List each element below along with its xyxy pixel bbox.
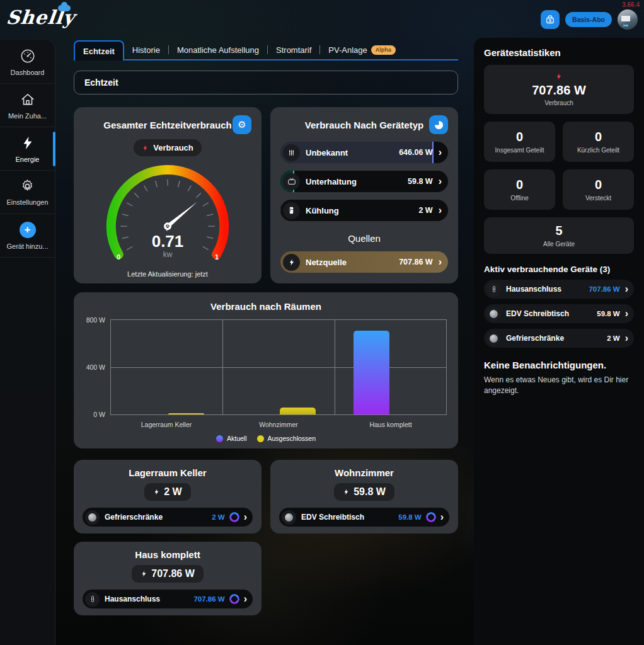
tab-bar: Echtzeit Historie Monatliche Aufstellung… — [74, 40, 458, 60]
active-device-row-hausanschluss[interactable]: Hausanschluss 707.86 W › — [484, 280, 634, 299]
active-device-row-gefrierschraenke[interactable]: Gefrierschränke 2 W › — [484, 329, 634, 348]
y-axis-tick: 800 W — [86, 316, 110, 324]
bolt-icon — [141, 569, 147, 578]
device-type-row-unterhaltung[interactable]: Unterhaltung 59.8 W › — [280, 171, 448, 192]
sidebar-item-einstellungen[interactable]: Einstellungen — [0, 171, 55, 214]
device-row-hausanschluss[interactable]: Hausanschluss 707.86 W › — [83, 590, 253, 608]
device-power-value: 2 W — [212, 513, 224, 521]
bar-chart-plot — [110, 319, 447, 415]
alpha-badge: Alpha — [371, 45, 396, 55]
svg-text:S: S — [549, 18, 552, 23]
total-consumption-value: 707.86 W — [489, 83, 629, 98]
tab-label: Historie — [132, 45, 160, 55]
source-row-netzquelle[interactable]: Netzquelle 707.86 W › — [280, 251, 448, 273]
chevron-right-icon: › — [439, 176, 442, 186]
active-device-row-edv-schreibtisch[interactable]: EDV Schreibtisch 59.8 W › — [484, 304, 634, 323]
sidebar-item-geraet-hinzufuegen[interactable]: + Gerät hinzu... — [0, 214, 55, 258]
subscription-badge[interactable]: Basis-Abo — [565, 12, 612, 27]
power-ring-icon[interactable] — [229, 512, 239, 522]
home-icon — [20, 91, 36, 108]
device-name: Gefrierschränke — [105, 513, 212, 522]
app-version: 3.66.4 — [622, 1, 640, 8]
stat-value: 0 — [486, 130, 553, 144]
card-title: Verbrauch Nach Gerätetyp — [305, 120, 423, 130]
device-name: Hausanschluss — [506, 285, 589, 294]
device-row-edv-schreibtisch[interactable]: EDV Schreibtisch 59.8 W › — [279, 508, 449, 527]
legend-dot-aktuell — [216, 435, 223, 442]
bolt-outline-icon — [164, 223, 171, 232]
device-name: Hausanschluss — [105, 595, 193, 603]
source-value: 707.86 W — [399, 258, 433, 266]
tab-pv-anlage[interactable]: PV-Anlage Alpha — [320, 40, 403, 59]
chevron-right-icon: › — [625, 333, 628, 343]
chevron-right-icon: › — [244, 594, 247, 604]
stat-label: Alle Geräte — [486, 241, 631, 248]
room-card-haus-komplett: Haus komplett 707.86 W Hausanschluss 707… — [74, 542, 262, 615]
stat-label: Kürzlich Geteilt — [565, 147, 631, 154]
legend-label: Aktuell — [227, 435, 247, 442]
bar-ausgeschlossen[interactable] — [168, 413, 204, 414]
main-content: Echtzeit Historie Monatliche Aufstellung… — [74, 40, 458, 615]
y-axis-tick: 400 W — [86, 363, 110, 371]
fridge-icon — [287, 206, 296, 215]
chevron-right-icon: › — [439, 205, 442, 215]
top-bar: Shelly 3.66.4 S Basis-Abo — [0, 0, 644, 38]
room-card-lagerraum-keller: Lagerraum Keller 2 W Gefrierschränke 2 W… — [74, 460, 262, 534]
notifications-heading: Keine Benachrichtigungen. — [484, 360, 634, 370]
tab-label: Echtzeit — [83, 47, 115, 56]
device-type-label: Unbekannt — [306, 148, 399, 157]
room-title: Haus komplett — [83, 549, 253, 560]
tab-echtzeit[interactable]: Echtzeit — [74, 40, 124, 60]
power-ring-icon[interactable] — [426, 512, 436, 522]
device-type-row-kuehlung[interactable]: Kühlung 2 W › — [280, 200, 448, 221]
settings-button[interactable]: ⚙ — [233, 115, 251, 134]
sidebar-item-energie[interactable]: Energie — [0, 127, 55, 171]
gauge-unit: kw — [84, 250, 251, 259]
sidebar-item-label: Mein Zuha... — [8, 112, 47, 120]
device-statistics-panel: Gerätestatistiken 707.86 W Verbrauch 0 I… — [474, 38, 644, 645]
bolt-icon — [288, 258, 296, 266]
gear-icon: ⚙ — [238, 119, 246, 130]
chevron-right-icon: › — [244, 512, 247, 522]
tab-monatliche-aufstellung[interactable]: Monatliche Aufstellung — [169, 40, 267, 59]
stat-tile-alle-geraete: 5 Alle Geräte — [484, 217, 634, 254]
sidebar-item-dashboard[interactable]: Dashboard — [0, 40, 55, 84]
sources-heading: Quellen — [280, 233, 448, 244]
pie-chart-button[interactable] — [429, 115, 448, 134]
meter-icon — [89, 595, 96, 603]
bar-aktuell[interactable] — [354, 331, 389, 414]
avatar[interactable] — [618, 9, 638, 30]
tab-historie[interactable]: Historie — [124, 40, 168, 59]
sidebar-item-mein-zuhause[interactable]: Mein Zuha... — [0, 84, 55, 127]
total-consumption-tile: 707.86 W Verbrauch — [484, 65, 634, 114]
stat-tile-kuerzlich-geteilt: 0 Kürzlich Geteilt — [563, 122, 634, 162]
bar-ausgeschlossen[interactable] — [280, 408, 316, 414]
chart-legend: Aktuell Ausgeschlossen — [85, 435, 447, 442]
tab-label: PV-Anlage — [328, 45, 367, 55]
tab-label: Monatliche Aufstellung — [177, 45, 259, 55]
device-type-row-unbekannt[interactable]: Unbekannt 646.06 W › — [280, 142, 448, 163]
device-row-gefrierschraenke[interactable]: Gefrierschränke 2 W › — [83, 508, 253, 527]
room-power-badge: 707.86 W — [132, 565, 203, 583]
sidebar-item-label: Dashboard — [11, 69, 45, 76]
tab-stromtarif[interactable]: Stromtarif — [268, 40, 319, 59]
bolt-icon — [343, 488, 350, 496]
chart-column — [335, 320, 446, 414]
chart-column — [222, 320, 334, 414]
rooms-chart-card: Verbrauch nach Räumen 800 W 400 W 0 W — [74, 292, 458, 448]
notifications-text: Wenn es etwas Neues gibt, wird es Dir hi… — [484, 375, 629, 396]
shelly-logo[interactable]: Shelly — [6, 6, 76, 34]
shop-button[interactable]: S — [541, 10, 560, 29]
legend-dot-ausgeschlossen — [257, 435, 264, 442]
device-type-value: 646.06 W — [399, 148, 433, 157]
power-ring-icon[interactable] — [229, 594, 239, 604]
room-power-badge: 2 W — [144, 483, 190, 501]
chart-column — [111, 320, 222, 414]
device-power-value: 707.86 W — [589, 285, 619, 293]
cloud-icon — [58, 5, 71, 11]
bolt-icon — [555, 72, 563, 81]
stat-value: 0 — [565, 130, 631, 144]
card-title: Gesamter Echtzeitverbrauch — [103, 120, 231, 130]
room-power-value: 2 W — [164, 486, 181, 498]
meter-icon — [490, 285, 498, 294]
